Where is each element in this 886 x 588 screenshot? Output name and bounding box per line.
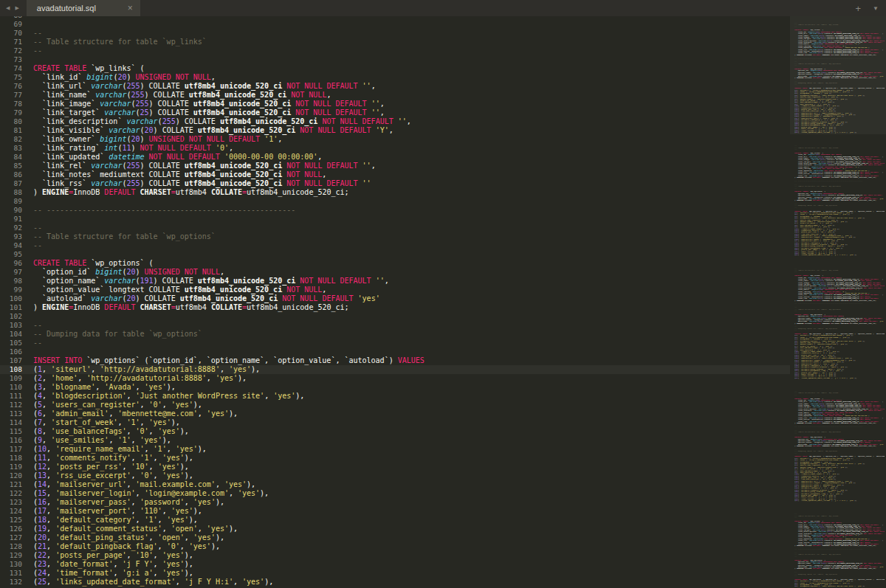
code-line[interactable]: 92-- (0, 224, 790, 232)
code-line[interactable]: 131(24, 'time_format', 'g:i a', 'yes'), (0, 569, 790, 578)
line-number: 107 (0, 356, 33, 365)
code-line[interactable]: 128(21, 'default_pingback_flag', '0', 'y… (0, 542, 790, 551)
code-line[interactable]: 114(7, 'start_of_week', '1', 'yes'), (0, 418, 790, 427)
code-line[interactable]: 75 `link_id` bigint(20) UNSIGNED NOT NUL… (0, 73, 790, 82)
code-text: (16, 'mailserver_pass', 'password', 'yes… (33, 498, 224, 507)
code-text: (22, 'posts_per_page', '10', 'yes'), (33, 551, 193, 560)
code-line[interactable]: 70-- (0, 29, 790, 38)
code-line[interactable]: 86 `link_notes` mediumtext COLLATE utf8m… (0, 170, 790, 179)
minimap[interactable]: ---- Table structure for table `wp_links… (790, 16, 886, 588)
code-line[interactable]: 94-- (0, 241, 790, 250)
new-tab-icon[interactable]: + (855, 3, 861, 14)
code-line[interactable]: 78 `link_image` varchar(255) COLLATE utf… (0, 100, 790, 108)
line-number: 79 (0, 108, 33, 117)
tab-overflow-icon[interactable]: ▼ (873, 5, 879, 12)
line-number: 100 (0, 294, 33, 303)
code-line[interactable]: 88) ENGINE=InnoDB DEFAULT CHARSET=utf8mb… (0, 188, 790, 197)
code-line[interactable]: 112(5, 'users_can_register', '0', 'yes')… (0, 401, 790, 409)
code-line[interactable]: 105-- (0, 339, 790, 347)
line-number: 102 (0, 312, 33, 321)
tab-scroll-left-icon[interactable]: ◀ (6, 5, 10, 11)
code-line[interactable]: 120(13, 'rss_use_excerpt', '0', 'yes'), (0, 471, 790, 480)
code-line[interactable]: 122(15, 'mailserver_login', 'login@examp… (0, 489, 790, 498)
code-line[interactable]: 83 `link_rating` int(11) NOT NULL DEFAUL… (0, 144, 790, 153)
code-text: (8, 'use_balanceTags', '0', 'yes'), (33, 427, 189, 436)
code-line[interactable]: 93-- Table structure for table `wp_optio… (0, 232, 790, 241)
code-line[interactable]: 111(4, 'blogdescription', 'Just another … (0, 392, 790, 401)
code-line[interactable]: 87 `link_rss` varchar(255) COLLATE utf8m… (0, 179, 790, 188)
code-line[interactable]: 95 (0, 250, 790, 259)
code-line[interactable]: 82 `link_owner` bigint(20) UNSIGNED NOT … (0, 135, 790, 144)
code-line[interactable]: 98 `option_name` varchar(191) COLLATE ut… (0, 277, 790, 286)
code-text: `link_id` bigint(20) UNSIGNED NOT NULL, (33, 73, 216, 82)
tab-scroll-right-icon[interactable]: ▶ (15, 5, 18, 11)
code-line[interactable]: 97 `option_id` bigint(20) UNSIGNED NOT N… (0, 268, 790, 277)
code-line[interactable]: 79 `link_target` varchar(25) COLLATE utf… (0, 108, 790, 117)
code-line[interactable]: 110(3, 'blogname', 'Avada', 'yes'), (0, 383, 790, 392)
code-line[interactable]: 132(25, 'links_updated_date_format', 'j … (0, 578, 790, 587)
code-line[interactable]: 109(2, 'home', 'http://avadatutorial:888… (0, 374, 790, 383)
code-line[interactable]: 76 `link_url` varchar(255) COLLATE utf8m… (0, 82, 790, 91)
code-line[interactable]: 77 `link_name` varchar(255) COLLATE utf8… (0, 91, 790, 100)
code-line[interactable]: 129(22, 'posts_per_page', '10', 'yes'), (0, 551, 790, 560)
tab-close-icon[interactable]: × (128, 4, 133, 13)
code-line[interactable]: 71-- Table structure for table `wp_links… (0, 38, 790, 46)
code-line[interactable]: 69 (0, 20, 790, 29)
code-text: CREATE TABLE `wp_options` ( (33, 259, 154, 268)
line-number: 114 (0, 418, 33, 427)
code-line[interactable]: 84 `link_updated` datetime NOT NULL DEFA… (0, 153, 790, 162)
code-line[interactable]: 127(20, 'default_ping_status', 'open', '… (0, 533, 790, 542)
code-line[interactable]: 85 `link_rel` varchar(255) COLLATE utf8m… (0, 162, 790, 170)
code-line[interactable]: 72-- (0, 46, 790, 55)
line-number: 132 (0, 578, 33, 587)
code-line[interactable]: 102 (0, 312, 790, 321)
line-number: 120 (0, 471, 33, 480)
code-line[interactable]: 117(10, 'require_name_email', '1', 'yes'… (0, 445, 790, 454)
line-number: 86 (0, 170, 33, 179)
code-line[interactable]: 103-- (0, 321, 790, 330)
code-line[interactable]: 116(9, 'use_smilies', '1', 'yes'), (0, 436, 790, 445)
code-line[interactable]: 113(6, 'admin_email', 'mbennette@me.com'… (0, 409, 790, 418)
code-text: `link_url` varchar(255) COLLATE utf8mb4_… (33, 82, 376, 91)
code-line[interactable]: 107INSERT INTO `wp_options` (`option_id`… (0, 356, 790, 365)
code-area[interactable]: 686970--71-- Table structure for table `… (0, 16, 790, 588)
code-line[interactable]: 118(11, 'comments_notify', '1', 'yes'), (0, 454, 790, 463)
code-line[interactable]: 89 (0, 197, 790, 206)
code-line[interactable]: 106 (0, 347, 790, 356)
code-line[interactable]: 121(14, 'mailserver_url', 'mail.example.… (0, 480, 790, 489)
code-line[interactable]: 123(16, 'mailserver_pass', 'password', '… (0, 498, 790, 507)
line-number: 93 (0, 232, 33, 241)
code-line[interactable]: 115(8, 'use_balanceTags', '0', 'yes'), (0, 427, 790, 436)
line-number: 96 (0, 259, 33, 268)
code-line[interactable]: 101) ENGINE=InnoDB DEFAULT CHARSET=utf8m… (0, 303, 790, 312)
code-line[interactable]: 91 (0, 215, 790, 224)
code-line[interactable]: 80 `link_description` varchar(255) COLLA… (0, 117, 790, 126)
editor: 686970--71-- Table structure for table `… (0, 16, 886, 588)
code-line[interactable]: 126(19, 'default_comment_status', 'open'… (0, 525, 790, 533)
line-number: 119 (0, 463, 33, 471)
code-line[interactable]: 74CREATE TABLE `wp_links` ( (0, 64, 790, 73)
code-line[interactable]: 100 `autoload` varchar(20) COLLATE utf8m… (0, 294, 790, 303)
line-number: 105 (0, 339, 33, 347)
line-number: 125 (0, 516, 33, 525)
code-text: (24, 'time_format', 'g:i a', 'yes'), (33, 569, 193, 578)
code-line[interactable]: 125(18, 'default_category', '1', 'yes'), (0, 516, 790, 525)
minimap-block: ---- Table structure for table `wp_links… (794, 511, 885, 588)
code-line[interactable]: 119(12, 'posts_per_rss', '10', 'yes'), (0, 463, 790, 471)
line-number: 92 (0, 224, 33, 232)
code-line[interactable]: 104-- Dumping data for table `wp_options… (0, 330, 790, 339)
line-number: 126 (0, 525, 33, 533)
code-text: (10, 'require_name_email', '1', 'yes'), (33, 445, 207, 454)
code-line[interactable]: 108(1, 'siteurl', 'http://avadatutorial:… (0, 365, 790, 374)
code-line[interactable]: 81 `link_visible` varchar(20) COLLATE ut… (0, 126, 790, 135)
code-line[interactable]: 99 `option_value` longtext COLLATE utf8m… (0, 286, 790, 294)
tab-avadatutorial-sql[interactable]: avadatutorial.sql × (27, 0, 140, 16)
code-line[interactable]: 90-- -----------------------------------… (0, 206, 790, 215)
code-text: `link_rss` varchar(255) COLLATE utf8mb4_… (33, 179, 371, 188)
code-text: ) ENGINE=InnoDB DEFAULT CHARSET=utf8mb4 … (33, 188, 349, 197)
code-line[interactable]: 73 (0, 55, 790, 64)
code-line[interactable]: 130(23, 'date_format', 'j F Y', 'yes'), (0, 560, 790, 569)
line-number: 77 (0, 91, 33, 100)
code-line[interactable]: 96CREATE TABLE `wp_options` ( (0, 259, 790, 268)
code-line[interactable]: 124(17, 'mailserver_port', '110', 'yes')… (0, 507, 790, 516)
